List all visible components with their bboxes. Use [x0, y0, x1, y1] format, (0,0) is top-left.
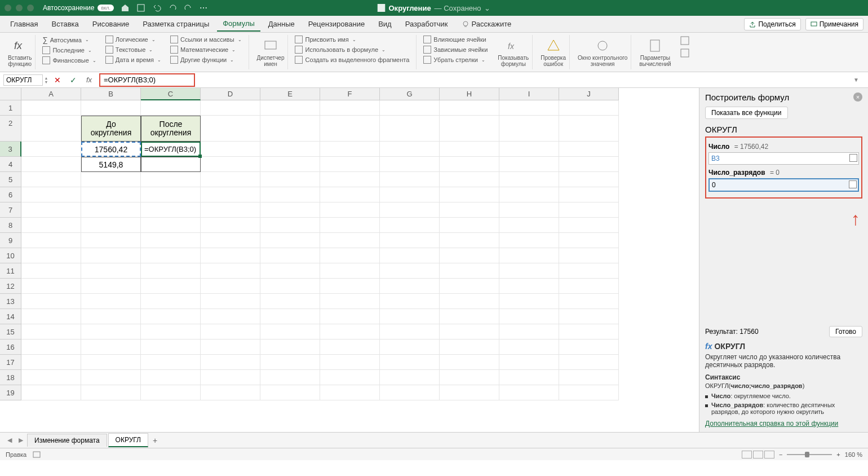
row-header-10[interactable]: 10: [0, 248, 21, 263]
name-manager-group[interactable]: Диспетчер имен: [254, 35, 289, 69]
row-header-19[interactable]: 19: [0, 385, 21, 400]
cell-D13[interactable]: [201, 294, 260, 309]
cell-H15[interactable]: [440, 324, 499, 340]
tab-home[interactable]: Главная: [5, 17, 43, 31]
cell-B10[interactable]: [81, 248, 141, 263]
cell-E13[interactable]: [260, 294, 320, 309]
cell-B17[interactable]: [81, 355, 141, 370]
cell-I3[interactable]: [499, 142, 559, 157]
row-header-12[interactable]: 12: [0, 279, 21, 294]
row-header-6[interactable]: 6: [0, 187, 21, 202]
cell-H19[interactable]: [440, 385, 499, 400]
cell-A13[interactable]: [21, 294, 81, 309]
accept-formula-button[interactable]: ✓: [67, 74, 80, 86]
cell-D3[interactable]: [201, 142, 260, 157]
comments-button[interactable]: Примечания: [805, 18, 863, 30]
cell-J11[interactable]: [559, 263, 619, 279]
cell-D9[interactable]: [201, 233, 260, 248]
cell-A17[interactable]: [21, 355, 81, 370]
cell-F6[interactable]: [320, 187, 380, 202]
cell-J5[interactable]: [559, 172, 619, 187]
cancel-formula-button[interactable]: ✕: [51, 74, 64, 86]
cell-J14[interactable]: [559, 309, 619, 324]
cell-G13[interactable]: [380, 294, 440, 309]
cell-F7[interactable]: [320, 202, 380, 218]
arg2-input[interactable]: 0: [708, 178, 859, 192]
cell-H1[interactable]: [440, 100, 499, 116]
redo-icon[interactable]: [184, 3, 193, 12]
cell-F15[interactable]: [320, 324, 380, 340]
cell-F8[interactable]: [320, 218, 380, 233]
page-break-view-button[interactable]: [764, 451, 774, 459]
cell-I1[interactable]: [499, 100, 559, 116]
arg1-input[interactable]: B3: [708, 152, 859, 165]
cell-E12[interactable]: [260, 279, 320, 294]
cell-C8[interactable]: [141, 218, 201, 233]
cell-E4[interactable]: [260, 157, 320, 172]
cell-J10[interactable]: [559, 248, 619, 263]
cell-D15[interactable]: [201, 324, 260, 340]
row-header-4[interactable]: 4: [0, 157, 21, 172]
cell-C18[interactable]: [141, 370, 201, 385]
logical-button[interactable]: Логические⌄: [103, 35, 163, 44]
cell-A11[interactable]: [21, 263, 81, 279]
cell-E11[interactable]: [260, 263, 320, 279]
col-f[interactable]: F: [320, 88, 380, 100]
cell-H14[interactable]: [440, 309, 499, 324]
cell-I2[interactable]: [499, 116, 559, 142]
sheet-tab-2[interactable]: ОКРУГЛ: [108, 433, 148, 447]
cell-I4[interactable]: [499, 157, 559, 172]
qat-more-icon[interactable]: ⋯: [200, 3, 207, 12]
cell-J6[interactable]: [559, 187, 619, 202]
cell-G17[interactable]: [380, 355, 440, 370]
cell-G7[interactable]: [380, 202, 440, 218]
row-header-9[interactable]: 9: [0, 233, 21, 248]
cell-G1[interactable]: [380, 100, 440, 116]
cell-E10[interactable]: [260, 248, 320, 263]
cell-B15[interactable]: [81, 324, 141, 340]
cell-G14[interactable]: [380, 309, 440, 324]
cell-C6[interactable]: [141, 187, 201, 202]
cell-J12[interactable]: [559, 279, 619, 294]
cell-G8[interactable]: [380, 218, 440, 233]
name-box[interactable]: ОКРУГЛ: [3, 74, 43, 86]
cell-I12[interactable]: [499, 279, 559, 294]
minimize-window[interactable]: [16, 5, 23, 11]
cell-H11[interactable]: [440, 263, 499, 279]
spreadsheet-grid[interactable]: A B C D E F G H I J 12До округленияПосле…: [0, 88, 699, 432]
cell-D2[interactable]: [201, 116, 260, 142]
cell-D1[interactable]: [201, 100, 260, 116]
undo2-icon[interactable]: [168, 3, 177, 12]
fx-button[interactable]: fx: [82, 74, 96, 86]
cell-H12[interactable]: [440, 279, 499, 294]
cell-B13[interactable]: [81, 294, 141, 309]
cell-J7[interactable]: [559, 202, 619, 218]
cell-C10[interactable]: [141, 248, 201, 263]
cell-B9[interactable]: [81, 233, 141, 248]
cell-F3[interactable]: [320, 142, 380, 157]
col-h[interactable]: H: [440, 88, 499, 100]
cell-C3[interactable]: =ОКРУГЛ(B3;0): [141, 142, 201, 157]
cell-H3[interactable]: [440, 142, 499, 157]
insert-function-group[interactable]: fx Вставить функцию: [5, 35, 36, 69]
cell-A8[interactable]: [21, 218, 81, 233]
col-a[interactable]: A: [21, 88, 81, 100]
calc-options-group[interactable]: Параметры вычислений: [636, 35, 674, 69]
help-link[interactable]: Дополнительная справка по этой функции: [705, 420, 862, 427]
cell-D17[interactable]: [201, 355, 260, 370]
cell-I11[interactable]: [499, 263, 559, 279]
dependents-button[interactable]: Зависимые ячейки: [421, 45, 490, 54]
cell-I5[interactable]: [499, 172, 559, 187]
accessibility-icon[interactable]: [32, 451, 41, 459]
cell-E1[interactable]: [260, 100, 320, 116]
cell-B2[interactable]: До округления: [81, 116, 141, 142]
cell-F14[interactable]: [320, 309, 380, 324]
cell-G11[interactable]: [380, 263, 440, 279]
cell-A19[interactable]: [21, 385, 81, 400]
cell-F16[interactable]: [320, 340, 380, 355]
cell-D8[interactable]: [201, 218, 260, 233]
cell-E16[interactable]: [260, 340, 320, 355]
cell-H10[interactable]: [440, 248, 499, 263]
cell-A15[interactable]: [21, 324, 81, 340]
cell-A12[interactable]: [21, 279, 81, 294]
